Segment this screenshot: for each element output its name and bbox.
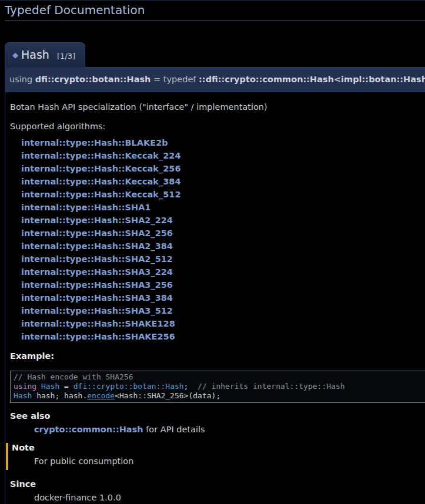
member-overload-badge: [1/3]: [57, 52, 75, 61]
code-type-link[interactable]: Hash: [14, 391, 32, 400]
algorithm-link[interactable]: internal::type::Hash::SHAKE256: [21, 332, 175, 341]
algorithm-link[interactable]: internal::type::Hash::SHA3_384: [21, 293, 173, 303]
algorithm-link[interactable]: internal::type::Hash::Keccak_256: [21, 164, 181, 173]
algorithm-link[interactable]: internal::type::Hash::SHAKE128: [21, 319, 175, 328]
list-item: internal::type::Hash::Keccak_512: [21, 188, 419, 201]
algorithm-link[interactable]: internal::type::Hash::SHA3_224: [21, 267, 173, 277]
since-text: docker-finance 1.0.0: [34, 493, 419, 503]
list-item: internal::type::Hash::Keccak_384: [21, 175, 419, 188]
note-label: Note: [12, 443, 419, 453]
code-line: using Hash = dfi::crypto::botan::Hash; /…: [14, 382, 423, 391]
see-also-text: for API details: [143, 425, 205, 434]
code-keyword: using: [14, 382, 36, 391]
proto-using-keyword: using: [9, 75, 35, 84]
list-item: internal::type::Hash::SHA2_256: [21, 227, 419, 240]
list-item: internal::type::Hash::SHA2_224: [21, 214, 419, 227]
doc-intro: Botan Hash API specialization ("interfac…: [10, 92, 419, 112]
algorithm-link[interactable]: internal::type::Hash::SHA1: [21, 203, 150, 212]
since-section: Since docker-finance 1.0.0: [10, 479, 419, 503]
since-label: Since: [10, 479, 419, 489]
see-also-label: See also: [10, 411, 419, 421]
code-type-link[interactable]: dfi::crypto::botan::Hash: [73, 382, 184, 391]
proto-qualified-name: dfi::crypto::botan::Hash: [35, 75, 151, 84]
member-doc: Botan Hash API specialization ("interfac…: [5, 92, 425, 504]
algorithm-link[interactable]: internal::type::Hash::SHA2_512: [21, 254, 173, 264]
see-also-content: crypto::common::Hash for API details: [34, 425, 419, 435]
list-item: internal::type::Hash::SHA3_256: [21, 278, 419, 291]
algorithm-link[interactable]: internal::type::Hash::Keccak_512: [21, 190, 181, 199]
algorithm-link[interactable]: internal::type::Hash::BLAKE2b: [21, 138, 168, 147]
algorithm-link[interactable]: internal::type::Hash::SHA3_512: [21, 306, 173, 315]
algorithm-link[interactable]: internal::type::Hash::Keccak_224: [21, 151, 181, 160]
algorithm-link[interactable]: internal::type::Hash::SHA2_224: [21, 216, 173, 225]
list-item: internal::type::Hash::Keccak_224: [21, 149, 419, 162]
list-item: internal::type::Hash::BLAKE2b: [21, 136, 419, 149]
proto-target-type: ::dfi::crypto::common::Hash<impl::botan:…: [199, 75, 425, 84]
member-prototype: using dfi::crypto::botan::Hash = typedef…: [5, 67, 425, 92]
member-hash: ◆Hash [1/3] using dfi::crypto::botan::Ha…: [5, 21, 425, 504]
list-item: internal::type::Hash::SHA3_384: [21, 291, 419, 304]
permalink-diamond-icon[interactable]: ◆: [12, 51, 18, 59]
proto-equals: = typedef: [150, 75, 199, 84]
algorithm-link[interactable]: internal::type::Hash::SHA3_256: [21, 280, 173, 290]
member-title-tab: ◆Hash [1/3]: [5, 42, 85, 68]
list-item: internal::type::Hash::Keccak_256: [21, 162, 419, 175]
algorithm-link[interactable]: internal::type::Hash::Keccak_384: [21, 177, 181, 186]
list-item: internal::type::Hash::SHA3_224: [21, 266, 419, 278]
see-also-section: See also crypto::common::Hash for API de…: [10, 411, 419, 435]
list-item: internal::type::Hash::SHAKE128: [21, 317, 419, 330]
list-item: internal::type::Hash::SHA2_384: [21, 240, 419, 253]
code-text: <Hash::SHA2_256>(data);: [115, 391, 220, 400]
see-also-link[interactable]: crypto::common::Hash: [34, 425, 143, 434]
code-text: [36, 382, 41, 391]
list-item: internal::type::Hash::SHA2_512: [21, 253, 419, 266]
code-text: =: [59, 382, 73, 391]
code-text: hash; hash.: [32, 391, 87, 400]
example-section: Example:: [10, 351, 419, 361]
code-type-link[interactable]: Hash: [41, 382, 59, 391]
algorithm-link[interactable]: internal::type::Hash::SHA2_384: [21, 241, 173, 251]
algorithm-link[interactable]: internal::type::Hash::SHA2_256: [21, 229, 173, 238]
code-line: Hash hash; hash.encode<Hash::SHA2_256>(d…: [14, 391, 423, 401]
list-item: internal::type::Hash::SHA1: [21, 201, 419, 214]
algorithm-list: internal::type::Hash::BLAKE2b internal::…: [10, 136, 419, 343]
code-comment: // inherits internal::type::Hash: [198, 382, 344, 391]
note-text: For public consumption: [34, 456, 419, 466]
code-text: ;: [184, 382, 198, 391]
page-title: Typedef Documentation: [5, 1, 425, 21]
code-encode-link[interactable]: encode: [87, 391, 115, 400]
list-item: internal::type::Hash::SHA3_512: [21, 304, 419, 317]
supported-algorithms-label: Supported algorithms:: [10, 112, 419, 132]
code-block: // Hash encode with SHA256using Hash = d…: [10, 371, 425, 403]
list-item: internal::type::Hash::SHAKE256: [21, 330, 419, 343]
code-line: // Hash encode with SHA256: [14, 372, 423, 382]
note-section: Note For public consumption: [6, 443, 419, 470]
code-comment: // Hash encode with SHA256: [14, 372, 133, 381]
member-name: Hash: [21, 48, 49, 61]
typedef-documentation-page: Typedef Documentation ◆Hash [1/3] using …: [5, 1, 425, 504]
example-label: Example:: [10, 351, 419, 361]
